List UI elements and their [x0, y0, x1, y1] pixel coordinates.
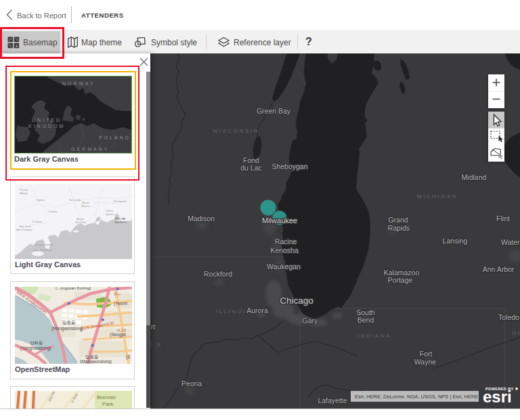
svg-text:WISCONSIN: WISCONSIN: [213, 128, 259, 134]
svg-text:Sheboygan: Sheboygan: [272, 162, 307, 170]
svg-text:Aurora: Aurora: [246, 306, 268, 314]
svg-text:(Mangwondong): (Mangwondong): [80, 359, 112, 364]
svg-text:Janeiro: Janeiro: [114, 220, 127, 224]
svg-text:Milwaukee: Milwaukee: [262, 216, 297, 225]
svg-text:Blanca: Blanca: [81, 204, 91, 208]
svg-text:(Seogyo: (Seogyo: [110, 332, 127, 337]
svg-text:Waterfo: Waterfo: [501, 238, 520, 246]
svg-text:du Lac: du Lac: [240, 164, 262, 172]
svg-text:(S: (S: [126, 354, 131, 360]
svg-text:Lansing: Lansing: [443, 237, 468, 245]
svg-text:Toledo: Toledo: [498, 313, 519, 321]
svg-text:Taubate: Taubate: [32, 220, 43, 223]
svg-text:MICHIGAN: MICHIGAN: [417, 193, 458, 200]
svg-text:Brenner: Brenner: [97, 394, 116, 400]
svg-text:Itajuba: Itajuba: [36, 198, 45, 202]
svg-text:Caraguatatuba: Caraguatatuba: [34, 243, 53, 246]
svg-text:Iguacu: Iguacu: [106, 212, 115, 216]
svg-text:Madison: Madison: [188, 214, 215, 223]
svg-text:dos Campos: dos Campos: [16, 228, 32, 231]
svg-text:Racine: Racine: [275, 237, 297, 246]
svg-text:Green Bay: Green Bay: [257, 107, 291, 115]
svg-text:Midland: Midland: [462, 173, 487, 181]
svg-text:Rockford: Rockford: [204, 270, 232, 278]
svg-text:I S: I S: [150, 342, 162, 348]
svg-text:Ann Arbor: Ann Arbor: [483, 265, 515, 273]
svg-text:Bend: Bend: [358, 316, 374, 324]
svg-text:Rapids: Rapids: [388, 224, 410, 232]
svg-text:Sao Sebastiao: Sao Sebastiao: [34, 248, 53, 252]
svg-text:Portage: Portage: [388, 276, 413, 284]
svg-text:Lafayette: Lafayette: [318, 396, 347, 404]
svg-text:사교1: 사교1: [116, 328, 126, 332]
svg-text:Peoria: Peoria: [181, 379, 202, 388]
svg-text:Park: Park: [102, 401, 114, 407]
svg-text:INDIANA: INDIANA: [358, 333, 391, 339]
svg-text:Kenosha: Kenosha: [270, 246, 299, 254]
svg-text:Fort: Fort: [420, 350, 433, 358]
svg-text:Gary: Gary: [303, 317, 319, 325]
svg-text:rt: rt: [151, 323, 155, 331]
svg-text:(Yanghwadong): (Yanghwadong): [20, 346, 51, 351]
svg-text:Lorena: Lorena: [48, 210, 58, 213]
svg-text:양화동: 양화동: [30, 340, 43, 346]
svg-text:(Mangwondong): (Mangwondong): [51, 326, 83, 331]
svg-text:Waukegan: Waukegan: [267, 262, 301, 271]
svg-text:Grand: Grand: [388, 216, 408, 224]
svg-text:Petropolis: Petropolis: [114, 200, 127, 203]
svg-text:Flint: Flint: [496, 214, 510, 223]
svg-text:Wayne: Wayne: [414, 358, 436, 366]
svg-text:양ره: 양ره: [114, 291, 121, 296]
svg-text:망원동: 망원동: [62, 320, 76, 325]
svg-text:Alegre: Alegre: [20, 191, 28, 195]
svg-text:Chicago: Chicago: [280, 296, 313, 306]
svg-text:(...ongyoan Koning): (...ongyoan Koning): [56, 287, 91, 290]
svg-text:(Yeonn: (Yeonn: [114, 301, 128, 306]
svg-text:Resende: Resende: [69, 198, 81, 202]
svg-text:OH: OH: [512, 330, 520, 336]
svg-text:dos Reis: dos Reis: [75, 220, 87, 224]
